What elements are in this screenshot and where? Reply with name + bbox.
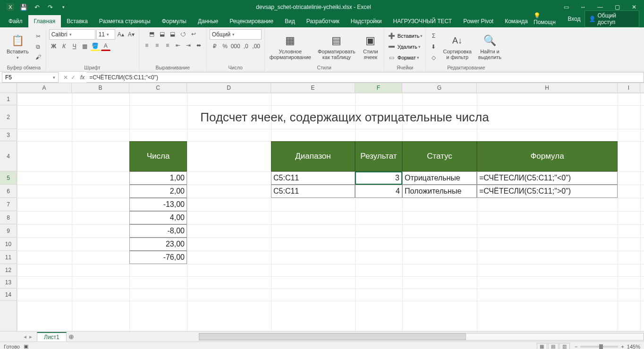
row-header-4[interactable]: 4 [0, 141, 17, 171]
font-name-combo[interactable]: Calibri▾ [49, 29, 95, 40]
tab-insert[interactable]: Вставка [61, 15, 93, 27]
row-header-13[interactable]: 13 [0, 276, 17, 289]
zoom-out-icon[interactable]: − [575, 344, 577, 349]
fill-color-icon[interactable]: 🪣 [91, 42, 100, 51]
qat-more-icon[interactable]: ▾ [58, 1, 69, 13]
italic-icon[interactable]: К [59, 42, 69, 51]
row-headers[interactable]: 1234567891011121314 [0, 93, 17, 331]
col-header-G[interactable]: G [402, 83, 477, 93]
tab-loadtest[interactable]: НАГРУЗОЧНЫЙ ТЕСТ [387, 15, 458, 27]
cell-number-5[interactable]: 23,00 [129, 238, 187, 251]
cell-status-0[interactable]: Отрицательные [402, 171, 477, 185]
cell-header-G[interactable]: Статус [402, 141, 477, 171]
col-header-H[interactable]: H [477, 83, 618, 93]
zoom-in-icon[interactable]: + [621, 344, 624, 349]
undo-icon[interactable]: ↶ [31, 1, 42, 13]
col-header-A[interactable]: A [17, 83, 72, 93]
row-header-10[interactable]: 10 [0, 238, 17, 251]
row-header-1[interactable]: 1 [0, 93, 17, 105]
cell-formula-0[interactable]: =СЧЁТЕСЛИ(C5:C11;"<0") [477, 171, 618, 185]
cell-number-3[interactable]: 4,00 [129, 211, 187, 224]
thousands-icon[interactable]: 000 [231, 42, 240, 51]
find-select-button[interactable]: 🔍Найти и выделить [476, 33, 503, 61]
tab-formulas[interactable]: Формулы [156, 15, 192, 27]
col-header-D[interactable]: D [187, 83, 271, 93]
cell-number-6[interactable]: -76,00 [129, 251, 187, 264]
tab-team[interactable]: Команда [499, 15, 534, 27]
row-header-6[interactable]: 6 [0, 185, 17, 198]
tab-developer[interactable]: Разработчик [301, 15, 345, 27]
add-sheet-icon[interactable]: ⊕ [67, 333, 76, 340]
orientation-icon[interactable]: ⭯ [178, 29, 188, 39]
fx-icon[interactable]: fx [80, 74, 85, 81]
cell-result-0[interactable]: 3 [355, 171, 402, 185]
cell-number-4[interactable]: -8,00 [129, 224, 187, 238]
row-header-11[interactable]: 11 [0, 251, 17, 264]
decrease-font-icon[interactable]: A▾ [127, 30, 136, 39]
cell-range-1[interactable]: C5:C11 [271, 185, 355, 198]
align-right-icon[interactable]: ≡ [163, 41, 172, 50]
sheet-nav-prev-icon[interactable]: ◂ [24, 333, 26, 340]
row-header-2[interactable]: 2 [0, 105, 17, 129]
bold-icon[interactable]: Ж [49, 42, 59, 51]
tab-home[interactable]: Главная [28, 15, 61, 27]
insert-cells-button[interactable]: ➕Вставить▾ [387, 31, 423, 41]
currency-icon[interactable]: ₽ [210, 42, 220, 51]
merge-icon[interactable]: ⬌ [194, 41, 203, 50]
tab-file[interactable]: Файл [3, 15, 28, 27]
cut-icon[interactable]: ✂ [34, 32, 43, 41]
select-all-corner[interactable] [0, 83, 17, 93]
cell-range-0[interactable]: C5:C11 [271, 171, 355, 185]
tab-review[interactable]: Рецензирование [224, 15, 279, 27]
fill-icon[interactable]: ⬇ [429, 42, 438, 51]
tab-pagelayout[interactable]: Разметка страницы [93, 15, 156, 27]
col-header-C[interactable]: C [129, 83, 187, 93]
name-box[interactable]: F5▾ [2, 72, 59, 83]
font-size-combo[interactable]: 11▾ [96, 29, 115, 40]
col-header-E[interactable]: E [271, 83, 355, 93]
redo-icon[interactable]: ↷ [44, 1, 56, 13]
sheet-nav-next-icon[interactable]: ▸ [29, 333, 32, 340]
tab-data[interactable]: Данные [192, 15, 224, 27]
align-left-icon[interactable]: ≡ [142, 41, 152, 50]
paste-button[interactable]: 📋 Вставить ▾ [5, 33, 31, 61]
border-icon[interactable]: ▦ [80, 42, 90, 51]
format-as-table-button[interactable]: ▤Форматировать как таблицу [316, 33, 357, 61]
macro-record-icon[interactable]: ▣ [24, 343, 28, 349]
col-header-I[interactable]: I [618, 83, 640, 93]
row-header-12[interactable]: 12 [0, 264, 17, 276]
decrease-decimal-icon[interactable]: ,00 [252, 42, 261, 51]
col-header-B[interactable]: B [72, 83, 129, 93]
page-layout-view-icon[interactable]: ▤ [548, 343, 559, 349]
cell-header-F[interactable]: Результат [355, 141, 402, 171]
align-center-icon[interactable]: ≡ [153, 41, 162, 50]
decrease-indent-icon[interactable]: ⇤ [173, 41, 183, 50]
align-bottom-icon[interactable]: ⬓ [168, 29, 178, 39]
increase-indent-icon[interactable]: ⇥ [184, 41, 193, 50]
sign-in[interactable]: Вход [568, 16, 580, 22]
tab-view[interactable]: Вид [279, 15, 301, 27]
format-painter-icon[interactable]: 🖌 [34, 52, 43, 62]
cell-number-2[interactable]: -13,00 [129, 198, 187, 211]
autosum-icon[interactable]: Σ [429, 31, 438, 41]
cell-numbers-header[interactable]: Числа [129, 141, 187, 171]
tab-powerpivot[interactable]: Power Pivot [458, 15, 499, 27]
number-format-combo[interactable]: Общий▾ [210, 29, 262, 40]
cancel-formula-icon[interactable]: ✕ [63, 74, 68, 81]
align-top-icon[interactable]: ⬒ [147, 29, 157, 39]
cell-formula-1[interactable]: =СЧЁТЕСЛИ(C5:C11;">0") [477, 185, 618, 198]
font-color-icon[interactable]: A [101, 42, 110, 51]
row-header-5[interactable]: 5 [0, 171, 17, 185]
row-header-8[interactable]: 8 [0, 211, 17, 224]
enter-formula-icon[interactable]: ✓ [71, 74, 76, 81]
cells-grid[interactable]: Подсчет ячеек, содержащих отрицательные … [17, 93, 644, 331]
increase-decimal-icon[interactable]: ,0 [241, 42, 251, 51]
zoom-level[interactable]: 145% [627, 344, 640, 349]
delete-cells-button[interactable]: ➖Удалить▾ [387, 42, 423, 51]
formula-bar[interactable]: =СЧЁТЕСЛИ(C5:C11;"<0") [86, 72, 644, 83]
sheet-tab-1[interactable]: Лист1 [37, 332, 67, 341]
page-break-view-icon[interactable]: ▥ [559, 343, 570, 349]
zoom-slider[interactable] [580, 346, 618, 348]
format-cells-button[interactable]: ▭Формат▾ [387, 53, 423, 62]
row-header-7[interactable]: 7 [0, 198, 17, 211]
